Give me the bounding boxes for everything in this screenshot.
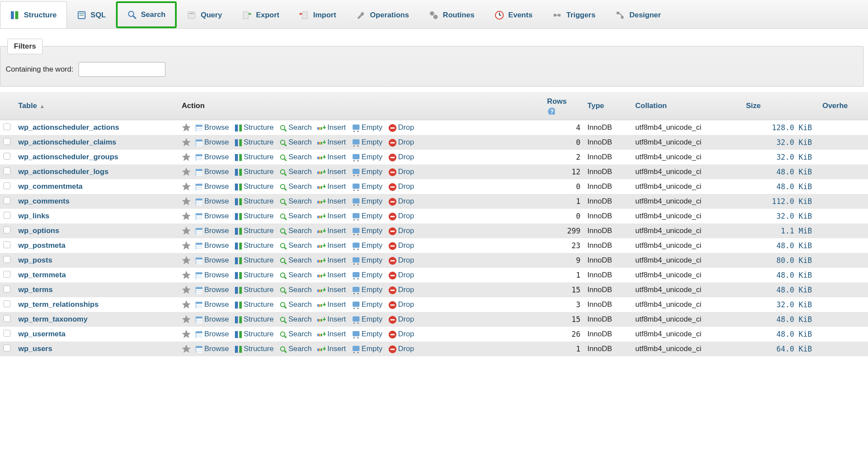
col-size[interactable]: Size [743, 92, 819, 120]
row-checkbox[interactable] [3, 241, 10, 248]
table-name-link[interactable]: wp_termmeta [18, 271, 66, 279]
tab-triggers[interactable]: Triggers [542, 1, 605, 28]
search-link[interactable]: Search [277, 227, 314, 235]
table-name-link[interactable]: wp_links [18, 212, 50, 220]
favorite-star-icon[interactable] [182, 329, 191, 339]
table-name-link[interactable]: wp_postmeta [18, 241, 66, 250]
empty-link[interactable]: Empty [350, 286, 384, 294]
drop-link[interactable]: Drop [386, 197, 416, 206]
insert-link[interactable]: Insert [315, 168, 348, 176]
tab-events[interactable]: Events [485, 1, 543, 28]
favorite-star-icon[interactable] [182, 182, 191, 191]
browse-link[interactable]: Browse [193, 330, 231, 338]
tab-import[interactable]: Import [289, 1, 346, 28]
drop-link[interactable]: Drop [386, 286, 416, 294]
insert-link[interactable]: Insert [315, 256, 348, 265]
search-link[interactable]: Search [277, 330, 314, 338]
empty-link[interactable]: Empty [350, 345, 384, 353]
empty-link[interactable]: Empty [350, 197, 384, 206]
browse-link[interactable]: Browse [193, 256, 231, 265]
structure-link[interactable]: Structure [232, 300, 275, 309]
row-checkbox[interactable] [3, 212, 10, 219]
search-link[interactable]: Search [277, 123, 314, 132]
insert-link[interactable]: Insert [315, 197, 348, 206]
drop-link[interactable]: Drop [386, 345, 416, 353]
drop-link[interactable]: Drop [386, 168, 416, 176]
browse-link[interactable]: Browse [193, 182, 231, 191]
drop-link[interactable]: Drop [386, 138, 416, 147]
structure-link[interactable]: Structure [232, 256, 275, 265]
insert-link[interactable]: Insert [315, 330, 348, 338]
row-checkbox[interactable] [3, 286, 10, 292]
favorite-star-icon[interactable] [182, 241, 191, 250]
filters-containing-input[interactable] [79, 62, 165, 77]
table-name-link[interactable]: wp_usermeta [18, 330, 66, 338]
structure-link[interactable]: Structure [232, 286, 275, 294]
search-link[interactable]: Search [277, 256, 314, 265]
browse-link[interactable]: Browse [193, 315, 231, 324]
tab-structure[interactable]: Structure [0, 1, 67, 28]
structure-link[interactable]: Structure [232, 315, 275, 324]
browse-link[interactable]: Browse [193, 271, 231, 279]
structure-link[interactable]: Structure [232, 197, 275, 206]
insert-link[interactable]: Insert [315, 153, 348, 161]
table-name-link[interactable]: wp_users [18, 345, 52, 353]
insert-link[interactable]: Insert [315, 300, 348, 309]
search-link[interactable]: Search [277, 182, 314, 191]
structure-link[interactable]: Structure [232, 345, 275, 353]
empty-link[interactable]: Empty [350, 182, 384, 191]
drop-link[interactable]: Drop [386, 212, 416, 220]
table-name-link[interactable]: wp_terms [18, 286, 53, 294]
drop-link[interactable]: Drop [386, 123, 416, 132]
empty-link[interactable]: Empty [350, 138, 384, 147]
drop-link[interactable]: Drop [386, 271, 416, 279]
drop-link[interactable]: Drop [386, 227, 416, 235]
tab-sql[interactable]: SQL [67, 1, 116, 28]
help-icon[interactable] [547, 107, 555, 115]
table-name-link[interactable]: wp_options [18, 227, 59, 235]
insert-link[interactable]: Insert [315, 286, 348, 294]
row-checkbox[interactable] [3, 168, 10, 174]
structure-link[interactable]: Structure [232, 138, 275, 147]
drop-link[interactable]: Drop [386, 256, 416, 265]
search-link[interactable]: Search [277, 153, 314, 161]
table-name-link[interactable]: wp_actionscheduler_logs [18, 168, 109, 176]
structure-link[interactable]: Structure [232, 241, 275, 250]
empty-link[interactable]: Empty [350, 256, 384, 265]
drop-link[interactable]: Drop [386, 153, 416, 161]
table-name-link[interactable]: wp_posts [18, 256, 52, 264]
drop-link[interactable]: Drop [386, 315, 416, 324]
search-link[interactable]: Search [277, 138, 314, 147]
table-name-link[interactable]: wp_actionscheduler_claims [18, 138, 116, 146]
favorite-star-icon[interactable] [182, 226, 191, 236]
favorite-star-icon[interactable] [182, 197, 191, 206]
drop-link[interactable]: Drop [386, 300, 416, 309]
col-type[interactable]: Type [584, 92, 632, 120]
table-name-link[interactable]: wp_actionscheduler_actions [18, 123, 119, 131]
empty-link[interactable]: Empty [350, 168, 384, 176]
row-checkbox[interactable] [3, 330, 10, 337]
empty-link[interactable]: Empty [350, 227, 384, 235]
insert-link[interactable]: Insert [315, 241, 348, 250]
tab-export[interactable]: Export [232, 1, 289, 28]
table-name-link[interactable]: wp_commentmeta [18, 182, 83, 191]
tab-query[interactable]: Query [177, 1, 232, 28]
structure-link[interactable]: Structure [232, 153, 275, 161]
search-link[interactable]: Search [277, 286, 314, 294]
browse-link[interactable]: Browse [193, 212, 231, 220]
insert-link[interactable]: Insert [315, 345, 348, 353]
empty-link[interactable]: Empty [350, 123, 384, 132]
favorite-star-icon[interactable] [182, 152, 191, 162]
empty-link[interactable]: Empty [350, 315, 384, 324]
empty-link[interactable]: Empty [350, 212, 384, 220]
favorite-star-icon[interactable] [182, 315, 191, 324]
row-checkbox[interactable] [3, 300, 10, 307]
structure-link[interactable]: Structure [232, 330, 275, 338]
browse-link[interactable]: Browse [193, 123, 231, 132]
tab-designer[interactable]: Designer [605, 1, 671, 28]
browse-link[interactable]: Browse [193, 168, 231, 176]
structure-link[interactable]: Structure [232, 271, 275, 279]
insert-link[interactable]: Insert [315, 271, 348, 279]
empty-link[interactable]: Empty [350, 300, 384, 309]
row-checkbox[interactable] [3, 153, 10, 160]
